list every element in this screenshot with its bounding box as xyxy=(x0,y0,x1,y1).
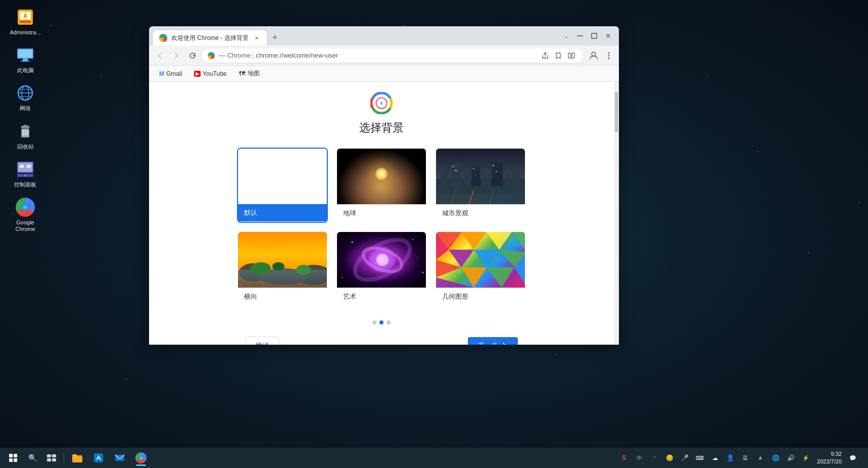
bg-card-geometric[interactable]: 几何图形 xyxy=(435,231,526,306)
close-button[interactable]: ✕ xyxy=(602,29,615,42)
browser-window: 欢迎使用 Chrome - 选择背景 ✕ + ⌄ ✕ xyxy=(149,26,619,345)
svg-rect-60 xyxy=(238,270,327,288)
toolbar: — Chrome | chrome://welcome/new-user xyxy=(149,45,619,66)
taskbar-app-mail[interactable] xyxy=(110,449,130,467)
next-button[interactable]: 下一步 xyxy=(468,337,518,345)
svg-rect-92 xyxy=(52,458,56,461)
pagination-dot-2[interactable] xyxy=(379,320,383,324)
pagination-dot-1[interactable] xyxy=(372,320,376,324)
tray-volume[interactable]: 🔊 xyxy=(784,451,798,465)
svg-rect-48 xyxy=(455,170,457,171)
address-actions xyxy=(539,50,577,62)
bookmark-button[interactable] xyxy=(552,50,564,62)
search-button[interactable]: 🔍 xyxy=(23,449,41,467)
tray-person[interactable]: 👤 xyxy=(723,451,737,465)
svg-point-22 xyxy=(24,174,26,176)
scrollbar[interactable] xyxy=(614,82,619,345)
svg-point-70 xyxy=(417,257,418,258)
taskbar: 🔍 xyxy=(0,448,868,468)
bg-city-label: 城市景观 xyxy=(436,204,525,222)
bg-geometric-label: 几何图形 xyxy=(436,288,525,305)
svg-rect-50 xyxy=(493,165,494,166)
back-button[interactable] xyxy=(153,49,167,63)
tab-title: 欢迎使用 Chrome - 选择背景 xyxy=(171,34,249,42)
svg-point-31 xyxy=(608,55,610,56)
svg-point-29 xyxy=(592,52,596,56)
taskbar-app-chrome[interactable] xyxy=(131,449,151,467)
taskbar-app-store[interactable] xyxy=(88,449,109,467)
bookmark-gmail[interactable]: M Gmail xyxy=(155,69,186,79)
desktop-icon-computer[interactable]: 此电脑 xyxy=(8,43,43,76)
svg-marker-83 xyxy=(487,267,514,288)
bg-card-landscape[interactable]: 横向 xyxy=(237,231,328,306)
tray-sogou[interactable]: S xyxy=(617,451,631,465)
pagination-dot-3[interactable] xyxy=(387,320,391,324)
tray-clock[interactable]: 9:32 2022/7/20 xyxy=(814,450,845,466)
page-title: 选择背景 xyxy=(359,120,404,135)
tray-menu[interactable]: ☰ xyxy=(738,451,752,465)
network-label: 网络 xyxy=(20,105,31,112)
start-button[interactable] xyxy=(4,449,22,467)
svg-point-63 xyxy=(272,262,284,270)
profile-button[interactable] xyxy=(588,50,600,62)
svg-rect-52 xyxy=(436,188,525,204)
bg-card-art[interactable]: 艺术 xyxy=(336,231,427,306)
bookmark-maps[interactable]: 🗺 地图 xyxy=(235,68,264,79)
share-button[interactable] xyxy=(539,50,551,62)
admin-label: Administra... xyxy=(10,29,40,36)
control-label: 控制面板 xyxy=(14,181,36,188)
refresh-button[interactable] xyxy=(185,49,200,63)
maximize-button[interactable] xyxy=(588,29,601,42)
tray-punctuation[interactable]: ° xyxy=(647,451,661,465)
skip-button[interactable]: 跳过 xyxy=(245,337,279,345)
svg-rect-15 xyxy=(23,130,24,135)
tray-emoji[interactable]: 😊 xyxy=(662,451,677,465)
svg-rect-95 xyxy=(94,453,103,462)
menu-button[interactable] xyxy=(603,50,615,62)
tray-battery[interactable]: ⚡ xyxy=(799,451,813,465)
chrome-label: Google Chrome xyxy=(10,219,41,232)
desktop-icon-network[interactable]: 网络 xyxy=(8,81,43,114)
title-bar: 欢迎使用 Chrome - 选择背景 ✕ + ⌄ ✕ xyxy=(149,26,619,45)
svg-rect-41 xyxy=(464,171,470,186)
bg-card-earth[interactable]: 地球 xyxy=(336,148,427,223)
svg-rect-51 xyxy=(496,171,497,172)
address-bar[interactable]: — Chrome | chrome://welcome/new-user xyxy=(202,49,584,63)
svg-marker-85 xyxy=(436,277,474,288)
svg-text:A: A xyxy=(23,13,27,19)
tray-cloud[interactable]: ☁ xyxy=(708,451,722,465)
tab-list-dropdown[interactable]: ⌄ xyxy=(559,29,572,42)
tray-chevron[interactable]: ∧ xyxy=(753,451,767,465)
forward-button[interactable] xyxy=(169,49,183,63)
tray-input[interactable]: 中 xyxy=(632,451,646,465)
task-view-button[interactable] xyxy=(42,449,61,467)
taskbar-app-file-explorer[interactable] xyxy=(67,449,87,467)
desktop-icon-chrome[interactable]: Google Chrome xyxy=(8,195,43,235)
tray-voice[interactable]: 🎤 xyxy=(678,451,692,465)
bg-card-city[interactable]: 城市景观 xyxy=(435,148,526,223)
bottom-bar: 跳过 下一步 xyxy=(245,333,518,345)
tab-favicon xyxy=(159,34,167,42)
reading-view-button[interactable] xyxy=(565,50,577,62)
page-content: ¶ 选择背景 默认 地球 xyxy=(149,82,619,345)
bg-card-default[interactable]: 默认 xyxy=(237,148,328,223)
tray-notification[interactable]: 💬 xyxy=(846,451,860,465)
active-tab[interactable]: 欢迎使用 Chrome - 选择背景 ✕ xyxy=(153,30,267,45)
tray-network[interactable]: 🌐 xyxy=(768,451,783,465)
bookmark-youtube[interactable]: ▶ YouTube xyxy=(190,69,230,79)
tab-close-button[interactable]: ✕ xyxy=(253,34,261,42)
desktop-icon-control[interactable]: 控制面板 xyxy=(8,157,43,190)
svg-text:¶: ¶ xyxy=(380,101,383,106)
desktop-icon-admin[interactable]: A Administra... xyxy=(8,5,43,38)
minimize-button[interactable] xyxy=(573,29,587,42)
desktop-icon-recycle[interactable]: 回收站 xyxy=(8,119,43,152)
svg-point-67 xyxy=(412,239,413,240)
tray-keyboard[interactable]: ⌨ xyxy=(693,451,707,465)
scrollbar-thumb[interactable] xyxy=(615,92,618,132)
new-tab-button[interactable]: + xyxy=(268,30,282,44)
svg-rect-46 xyxy=(512,168,520,186)
svg-point-62 xyxy=(296,265,311,275)
svg-rect-90 xyxy=(52,454,56,457)
svg-rect-18 xyxy=(23,125,27,127)
address-text: — Chrome | chrome://welcome/new-user xyxy=(219,52,535,59)
